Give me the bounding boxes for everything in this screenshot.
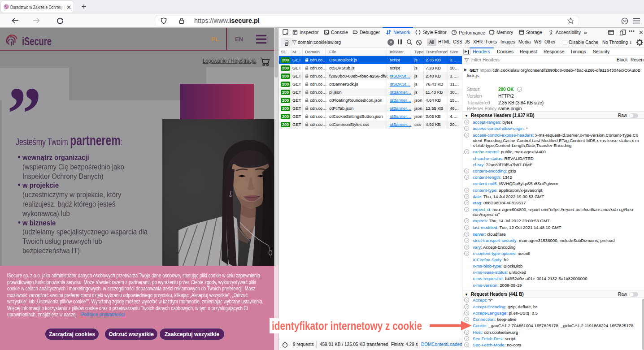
svg-text:iSecure: iSecure	[22, 35, 52, 48]
